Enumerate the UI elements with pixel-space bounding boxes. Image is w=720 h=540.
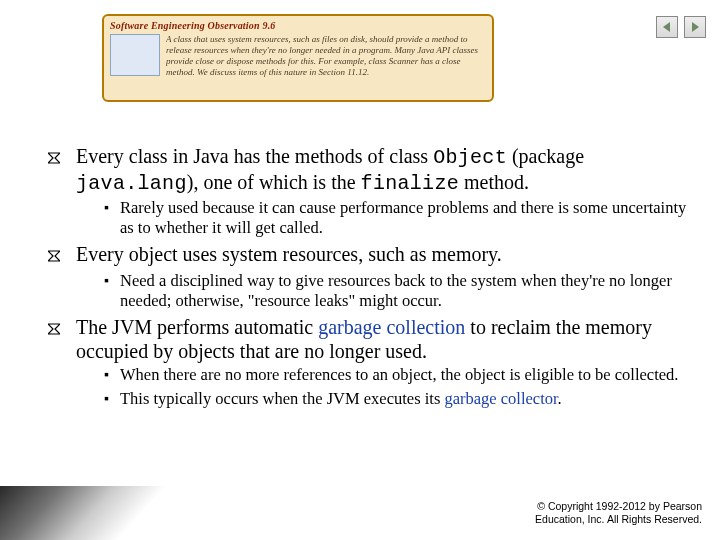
- bullet-item: Every object uses system resources, such…: [48, 242, 690, 269]
- triangle-right-icon: [689, 21, 701, 33]
- sub-bullet-text: Need a disciplined way to give resources…: [120, 271, 690, 311]
- bullet-text: Every object uses system resources, such…: [76, 242, 690, 266]
- bullet-marker: [48, 315, 76, 342]
- sub-bullet-marker: ▪: [104, 271, 120, 291]
- svg-marker-0: [663, 22, 670, 32]
- sub-bullet-marker: ▪: [104, 198, 120, 218]
- copyright-footer: © Copyright 1992-2012 by Pearson Educati…: [0, 500, 702, 526]
- footer-line: © Copyright 1992-2012 by Pearson: [0, 500, 702, 513]
- bullet-text: The JVM performs automatic garbage colle…: [76, 315, 690, 363]
- bullet-marker: [48, 144, 76, 171]
- sub-bullet-item: ▪Need a disciplined way to give resource…: [104, 271, 690, 311]
- bullet-marker: [48, 242, 76, 269]
- triangle-left-icon: [661, 21, 673, 33]
- bullet-item: Every class in Java has the methods of c…: [48, 144, 690, 196]
- prev-button[interactable]: [656, 16, 678, 38]
- sub-bullet-text: When there are no more references to an …: [120, 365, 690, 385]
- sub-bullet-marker: ▪: [104, 365, 120, 385]
- bullet-text: Every class in Java has the methods of c…: [76, 144, 690, 196]
- nav-controls: [656, 16, 706, 38]
- content-body: Every class in Java has the methods of c…: [48, 144, 690, 413]
- sub-bullet-marker: ▪: [104, 389, 120, 409]
- sub-bullet-item: ▪Rarely used because it can cause perfor…: [104, 198, 690, 238]
- sub-bullet-text: Rarely used because it can cause perform…: [120, 198, 690, 238]
- footer-line: Education, Inc. All Rights Reserved.: [0, 513, 702, 526]
- svg-marker-1: [692, 22, 699, 32]
- sub-bullet-item: ▪When there are no more references to an…: [104, 365, 690, 385]
- next-button[interactable]: [684, 16, 706, 38]
- bullet-item: The JVM performs automatic garbage colle…: [48, 315, 690, 363]
- sub-bullet-item: ▪This typically occurs when the JVM exec…: [104, 389, 690, 409]
- callout-icon: [110, 34, 160, 76]
- sub-bullet-text: This typically occurs when the JVM execu…: [120, 389, 690, 409]
- slide: Software Engineering Observation 9.6 A c…: [0, 0, 720, 540]
- callout-header: Software Engineering Observation 9.6: [110, 20, 486, 31]
- callout-body: A class that uses system resources, such…: [166, 34, 486, 96]
- observation-callout: Software Engineering Observation 9.6 A c…: [102, 14, 494, 102]
